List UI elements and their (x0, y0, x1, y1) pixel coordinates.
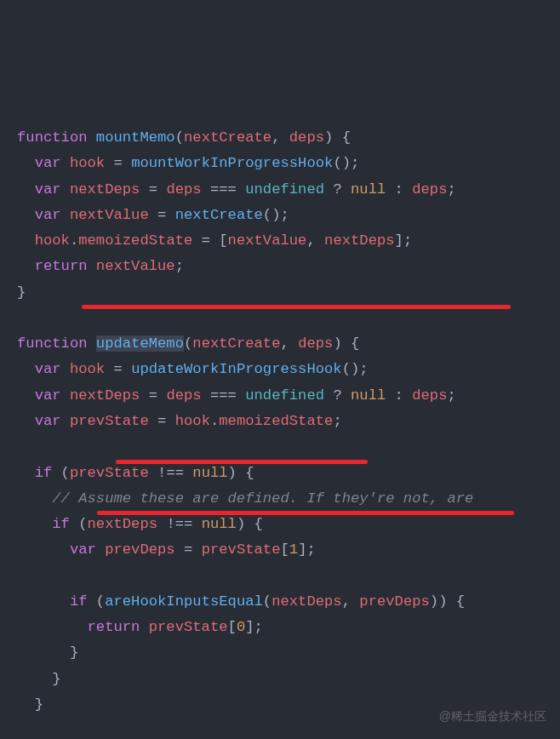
watermark: @稀土掘金技术社区 (439, 706, 546, 727)
code-block[interactable]: function mountMemo(nextCreate, deps) { v… (17, 125, 543, 739)
annotation-underline-1 (82, 305, 511, 309)
annotation-underline-3 (97, 511, 514, 515)
annotation-underline-2 (116, 460, 368, 464)
